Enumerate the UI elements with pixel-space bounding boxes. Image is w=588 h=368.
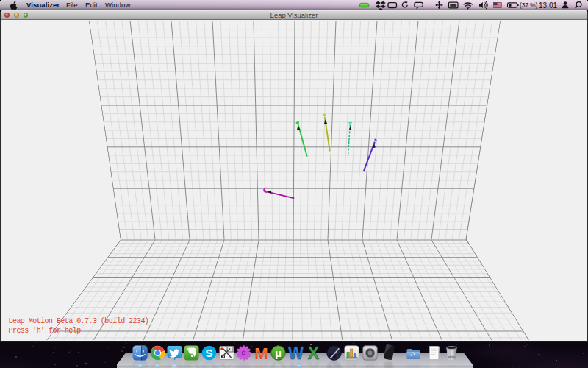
svg-text:M: M — [254, 361, 268, 368]
svg-text:S: S — [205, 347, 212, 359]
svg-text:X: X — [307, 345, 319, 361]
svg-text:S: S — [205, 362, 212, 368]
svg-text:X: X — [307, 361, 319, 368]
svg-text:µ: µ — [275, 362, 282, 368]
svg-text:M: M — [254, 345, 268, 361]
svg-text:W: W — [288, 345, 304, 361]
svg-text:µ: µ — [275, 347, 282, 359]
svg-text:W: W — [288, 361, 304, 368]
